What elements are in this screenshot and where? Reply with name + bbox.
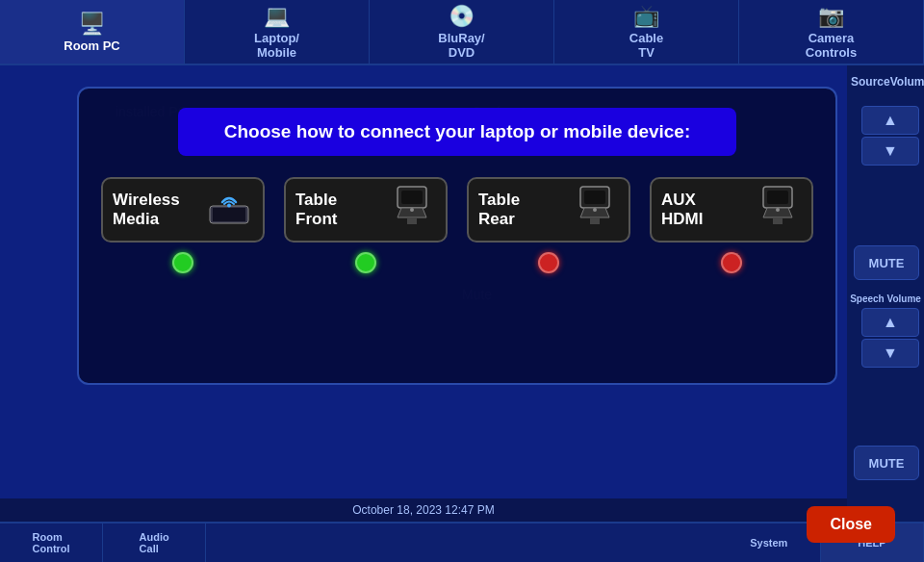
modal-title: Choose how to connect your laptop or mob… [178, 108, 736, 156]
nav-label-laptop: Laptop/Mobile [254, 31, 299, 60]
wireless-media-label: WirelessMedia [113, 191, 199, 230]
nav-label-cable-tv: CableTV [629, 31, 663, 60]
volume-arrows: ▲ ▼ [861, 106, 919, 166]
option-aux-hdmi: AUXHDMI [650, 177, 813, 273]
table-front-status [355, 252, 376, 273]
table-rear-button[interactable]: TableRear [467, 177, 630, 243]
nav-label-bluray: BluRay/DVD [438, 31, 484, 60]
hdmi-front-icon [388, 181, 436, 238]
bottom-mute-button[interactable]: MUTE [854, 446, 919, 480]
cable-tv-icon: 📺 [633, 4, 659, 29]
volume-label: Volume [890, 75, 924, 89]
speech-volume-label: Speech Volume [847, 289, 924, 306]
bottom-label-room: RoomControl [33, 531, 70, 554]
svg-rect-9 [590, 217, 600, 224]
wifi-laptop-icon [205, 183, 253, 236]
bottom-nav-room-control[interactable]: RoomControl [0, 524, 103, 562]
close-button[interactable]: Close [807, 506, 895, 543]
room-pc-icon: 🖥️ [79, 12, 105, 37]
mute-button[interactable]: MUTE [854, 245, 919, 280]
table-front-button[interactable]: TableFront [284, 177, 448, 243]
table-rear-status [538, 252, 559, 273]
option-table-front: TableFront [284, 177, 448, 273]
svg-point-10 [593, 208, 597, 212]
table-front-label: TableFront [295, 191, 382, 230]
aux-hdmi-button[interactable]: AUXHDMI [650, 177, 813, 243]
connection-modal: Choose how to connect your laptop or mob… [77, 87, 837, 385]
top-nav: 🖥️ Room PC 💻 Laptop/Mobile 💿 BluRay/DVD … [0, 0, 924, 65]
nav-item-bluray[interactable]: 💿 BluRay/DVD [370, 0, 554, 64]
nav-label-camera: CameraControls [806, 31, 857, 60]
table-rear-label: TableRear [478, 191, 565, 230]
datetime-text: October 18, 2023 12:47 PM [352, 503, 494, 517]
nav-item-camera[interactable]: 📷 CameraControls [739, 0, 924, 64]
nav-item-cable-tv[interactable]: 📺 CableTV [554, 0, 739, 64]
aux-hdmi-status [721, 252, 742, 273]
svg-point-2 [227, 204, 231, 208]
speech-volume-arrows: ▲ ▼ [861, 308, 919, 368]
nav-item-room-pc[interactable]: 🖥️ Room PC [0, 0, 185, 64]
speech-up-button[interactable]: ▲ [861, 308, 919, 337]
speech-down-button[interactable]: ▼ [861, 339, 919, 368]
option-wireless-media: WirelessMedia [101, 177, 265, 273]
camera-icon: 📷 [818, 4, 844, 29]
svg-point-6 [410, 208, 414, 212]
source-label: Source [851, 75, 890, 89]
volume-down-button[interactable]: ▼ [861, 137, 919, 166]
nav-label-room-pc: Room PC [64, 38, 120, 53]
aux-hdmi-label: AUXHDMI [661, 191, 748, 230]
svg-rect-1 [213, 208, 245, 221]
wireless-media-button[interactable]: WirelessMedia [101, 177, 265, 243]
svg-point-14 [776, 208, 780, 212]
connection-options-container: WirelessMedia TableFront [101, 177, 813, 273]
hdmi-rear-icon [571, 181, 619, 238]
svg-rect-12 [767, 191, 788, 204]
svg-rect-8 [584, 191, 605, 204]
bluray-icon: 💿 [449, 4, 475, 29]
bottom-nav-system[interactable]: System [718, 524, 821, 562]
option-table-rear: TableRear [467, 177, 630, 273]
wireless-media-status [172, 252, 193, 273]
bottom-label-audio: AudioCall [140, 531, 169, 554]
svg-rect-13 [773, 217, 783, 224]
hdmi-aux-icon [754, 181, 802, 238]
datetime-bar: October 18, 2023 12:47 PM [0, 498, 847, 522]
laptop-icon: 💻 [264, 4, 290, 29]
bottom-label-system: System [750, 537, 787, 549]
bottom-nav: RoomControl AudioCall System HELP [0, 522, 924, 562]
svg-rect-5 [407, 217, 417, 224]
volume-up-button[interactable]: ▲ [861, 106, 919, 135]
nav-item-laptop-mobile[interactable]: 💻 Laptop/Mobile [185, 0, 370, 64]
bottom-nav-audio-call[interactable]: AudioCall [103, 524, 206, 562]
source-volume-bar: Source Volume [847, 71, 924, 92]
svg-rect-4 [401, 191, 423, 204]
